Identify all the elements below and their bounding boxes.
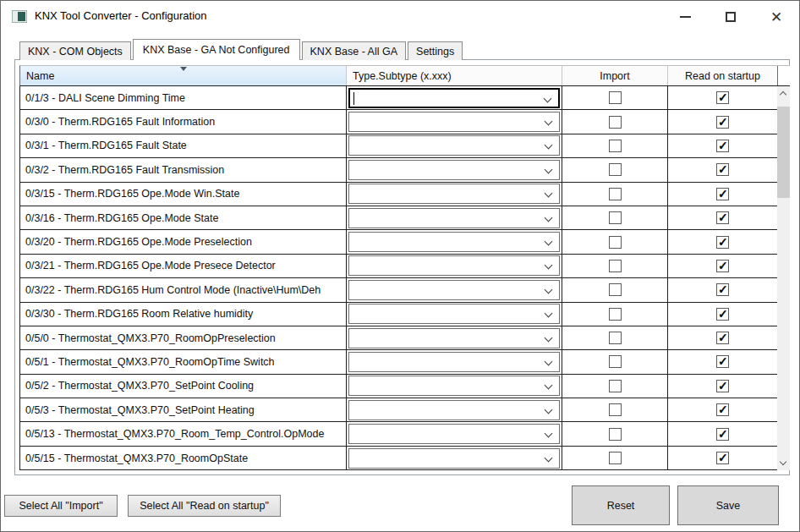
row-name-cell[interactable]: 0/3/20 - Therm.RDG165 Ope.Mode Preselect… [20, 230, 347, 253]
scroll-up-button[interactable] [777, 86, 790, 101]
row-name-cell[interactable]: 0/5/2 - Thermostat_QMX3.P70_SetPoint Coo… [20, 375, 347, 398]
minimize-button[interactable] [662, 1, 708, 33]
row-name-cell[interactable]: 0/3/16 - Therm.RDG165 Ope.Mode State [20, 206, 347, 229]
read-on-startup-checkbox[interactable] [716, 260, 729, 272]
type-subtype-dropdown[interactable] [348, 328, 560, 348]
read-on-startup-checkbox[interactable] [716, 188, 729, 200]
row-read-cell [668, 278, 778, 301]
read-on-startup-checkbox[interactable] [716, 283, 729, 296]
read-on-startup-checkbox[interactable] [716, 380, 729, 392]
column-header-type-subtype[interactable]: Type.Subtype (x.xxx) [347, 66, 562, 85]
import-checkbox[interactable] [609, 380, 622, 392]
read-on-startup-checkbox[interactable] [716, 332, 729, 344]
row-name-cell[interactable]: 0/3/30 - Therm.RDG165 Room Relative humi… [20, 303, 347, 326]
column-header-import[interactable]: Import [562, 66, 668, 85]
type-subtype-dropdown[interactable] [348, 135, 560, 156]
row-name-cell[interactable]: 0/3/0 - Therm.RDG165 Fault Information [20, 110, 347, 133]
import-checkbox[interactable] [609, 236, 622, 249]
row-name-cell[interactable]: 0/5/3 - Thermostat_QMX3.P70_SetPoint Hea… [20, 398, 347, 421]
tab-knx-com-objects[interactable]: KNX - COM Objects [19, 41, 131, 60]
chevron-down-icon [545, 141, 553, 150]
import-checkbox[interactable] [609, 403, 622, 416]
scroll-down-button[interactable] [777, 456, 790, 470]
column-header-name[interactable]: Name [20, 66, 347, 85]
type-subtype-dropdown[interactable] [348, 400, 560, 420]
read-on-startup-checkbox[interactable] [716, 428, 729, 441]
row-read-cell [668, 86, 778, 109]
type-subtype-dropdown[interactable] [348, 280, 560, 300]
row-name-cell[interactable]: 0/3/22 - Therm.RDG165 Hum Control Mode (… [20, 278, 347, 301]
tab-settings[interactable]: Settings [408, 41, 463, 60]
scrollbar-thumb[interactable] [777, 107, 790, 198]
type-subtype-dropdown[interactable] [348, 112, 560, 132]
select-all-import-button[interactable]: Select All "Import" [4, 495, 118, 517]
import-checkbox[interactable] [609, 355, 622, 368]
type-subtype-dropdown[interactable] [348, 424, 560, 444]
row-type-cell [347, 350, 562, 373]
maximize-button[interactable] [708, 1, 753, 33]
read-on-startup-checkbox[interactable] [716, 211, 729, 224]
import-checkbox[interactable] [609, 283, 622, 296]
read-on-startup-checkbox[interactable] [716, 91, 729, 104]
import-checkbox[interactable] [609, 260, 622, 272]
type-subtype-dropdown[interactable] [348, 232, 560, 252]
read-on-startup-checkbox[interactable] [716, 355, 729, 368]
type-subtype-dropdown[interactable] [348, 304, 560, 324]
close-button[interactable]: ✕ [753, 1, 799, 33]
read-on-startup-checkbox[interactable] [716, 163, 729, 176]
type-subtype-dropdown[interactable] [348, 160, 560, 180]
chevron-down-icon [544, 94, 552, 102]
row-name-cell[interactable]: 0/3/21 - Therm.RDG165 Ope.Mode Presece D… [20, 255, 347, 277]
read-on-startup-checkbox[interactable] [716, 140, 729, 152]
row-name-cell[interactable]: 0/5/15 - Thermostat_QMX3.P70_RoomOpState [20, 447, 347, 469]
import-checkbox[interactable] [609, 163, 622, 176]
tab-knx-base-ga-not-configured[interactable]: KNX Base - GA Not Configured [133, 39, 300, 60]
tab-strip: KNX - COM Objects KNX Base - GA Not Conf… [19, 39, 464, 60]
import-checkbox[interactable] [609, 188, 622, 200]
type-subtype-dropdown[interactable] [348, 376, 560, 396]
row-name-cell[interactable]: 0/3/1 - Therm.RDG165 Fault State [20, 134, 347, 157]
row-type-cell [347, 326, 562, 349]
column-header-read-on-startup[interactable]: Read on startup [668, 66, 778, 85]
type-subtype-dropdown[interactable] [348, 208, 560, 228]
row-type-cell [347, 86, 562, 109]
import-checkbox[interactable] [609, 116, 622, 129]
row-name-cell[interactable]: 0/5/13 - Thermostat_QMX3.P70_Room_Temp_C… [20, 422, 347, 445]
row-type-cell [347, 303, 562, 326]
import-checkbox[interactable] [609, 211, 622, 224]
read-on-startup-checkbox[interactable] [716, 452, 729, 464]
app-window: KNX Tool Converter - Configuration ✕ KNX… [0, 0, 800, 532]
read-on-startup-checkbox[interactable] [716, 308, 729, 321]
row-name-cell[interactable]: 0/5/1 - Thermostat_QMX3.P70_RoomOpTime S… [20, 350, 347, 373]
type-subtype-dropdown[interactable] [348, 184, 560, 204]
row-read-cell [668, 398, 778, 421]
table-row: 0/3/2 - Therm.RDG165 Fault Transmission [20, 158, 790, 182]
reset-button[interactable]: Reset [572, 485, 670, 525]
vertical-scrollbar[interactable] [777, 86, 790, 470]
row-import-cell [562, 86, 668, 109]
import-checkbox[interactable] [609, 452, 622, 464]
type-subtype-dropdown[interactable] [348, 352, 560, 372]
type-subtype-dropdown[interactable] [348, 88, 560, 108]
row-import-cell [562, 422, 668, 445]
select-all-read-on-startup-button[interactable]: Select All "Read on startup" [128, 495, 281, 517]
read-on-startup-checkbox[interactable] [716, 236, 729, 249]
import-checkbox[interactable] [609, 428, 622, 441]
row-name-cell[interactable]: 0/3/15 - Therm.RDG165 Ope.Mode Win.State [20, 183, 347, 206]
read-on-startup-checkbox[interactable] [716, 116, 729, 129]
read-on-startup-checkbox[interactable] [716, 403, 729, 416]
chevron-down-icon [545, 430, 553, 438]
row-name-cell[interactable]: 0/3/2 - Therm.RDG165 Fault Transmission [20, 158, 347, 181]
import-checkbox[interactable] [609, 308, 622, 321]
type-subtype-dropdown[interactable] [348, 255, 560, 276]
tab-knx-base-all-ga[interactable]: KNX Base - All GA [302, 41, 407, 60]
row-name-cell[interactable]: 0/1/3 - DALI Scene Dimming Time [20, 86, 347, 109]
type-subtype-dropdown[interactable] [348, 448, 560, 469]
save-button[interactable]: Save [677, 485, 779, 525]
import-checkbox[interactable] [609, 332, 622, 344]
import-checkbox[interactable] [609, 91, 622, 104]
table-row: 0/3/20 - Therm.RDG165 Ope.Mode Preselect… [20, 230, 790, 254]
import-checkbox[interactable] [609, 140, 622, 152]
window-title: KNX Tool Converter - Configuration [35, 9, 207, 22]
row-name-cell[interactable]: 0/5/0 - Thermostat_QMX3.P70_RoomOpPresel… [20, 326, 347, 349]
